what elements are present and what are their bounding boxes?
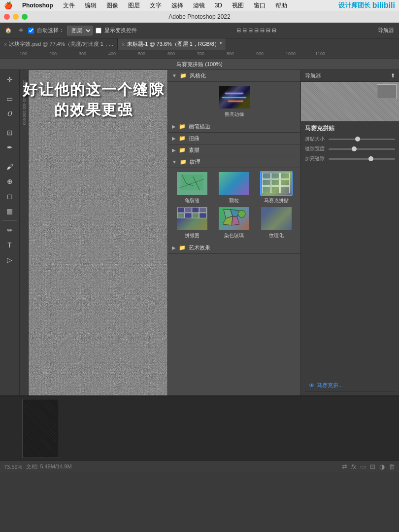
folder-icon-status: ⊡ [370, 463, 375, 470]
navigator-expand-icon[interactable]: ⬆ [391, 72, 395, 79]
artistic-header[interactable]: ▶ 📁 艺术效果 [168, 242, 300, 254]
layer-select[interactable]: 图层 [67, 26, 93, 35]
adjust-icon: ◑ [379, 463, 385, 470]
stained-glass-thumb [218, 206, 250, 231]
folder-icon-2: 📁 [179, 123, 186, 130]
folder-icon-4: 📁 [179, 147, 186, 153]
menu-text[interactable]: 文字 [148, 1, 164, 10]
tool-lasso[interactable]: 𝛰 [3, 107, 16, 120]
lighten-grout-slider[interactable] [329, 158, 395, 160]
menu-help[interactable]: 帮助 [273, 1, 289, 10]
app-name[interactable]: Photoshop [20, 2, 55, 9]
sketch-header[interactable]: ▶ 📁 素描 [168, 144, 300, 156]
tab-ice-psd[interactable]: × 冰块字效.psd @ 77.4%（亮度/对比度 1，... [0, 38, 118, 50]
menu-view[interactable]: 视图 [230, 1, 246, 10]
tool-gradient[interactable]: ▦ [3, 205, 16, 217]
tool-brush[interactable]: 🖌 [3, 160, 16, 173]
tool-selection[interactable]: ▭ [3, 92, 16, 105]
show-transform-checkbox[interactable] [96, 28, 101, 34]
glow-edges-item[interactable]: 照亮边缘 [172, 85, 297, 118]
patchwork-thumb [176, 206, 208, 231]
sketch-label: 素描 [189, 146, 200, 154]
svg-rect-7 [263, 180, 271, 186]
layer-icon: ▭ [360, 463, 366, 470]
trash-icon[interactable]: 🗑 [389, 463, 395, 470]
grout-width-slider-wrap[interactable] [329, 148, 395, 150]
tool-eyedropper[interactable]: ✒ [3, 141, 16, 154]
svg-rect-16 [200, 208, 207, 213]
minimize-button[interactable] [13, 14, 19, 20]
tool-clone[interactable]: ⊕ [3, 175, 16, 188]
window-controls[interactable] [4, 14, 28, 20]
tool-eraser[interactable]: ◻ [3, 190, 16, 203]
tool-type[interactable]: T [3, 239, 16, 251]
svg-line-1 [186, 183, 193, 186]
auto-select-label: 自动选择： [37, 27, 64, 34]
bottom-panel: 73.59% 文档: 5.49M/14.9M ⇄ fx ▭ ⊡ ◑ 🗑 [0, 395, 399, 492]
close-button[interactable] [4, 14, 10, 20]
texturizer-item[interactable]: 纹理化 [256, 206, 297, 239]
status-bar: 73.59% 文档: 5.49M/14.9M ⇄ fx ▭ ⊡ ◑ 🗑 [0, 461, 399, 472]
folder-icon-6: 📁 [179, 245, 186, 251]
texture-section-header[interactable]: ▼ 📁 纹理 [168, 156, 300, 168]
nav-canvas-content [301, 82, 399, 121]
toolbar: 🏠 ✛ 自动选择： 图层 显示变换控件 ⊟ ⊟ ⊟ ⊟ ⊟ ⊟ ⊟ 导航器 [0, 23, 399, 38]
navigator-button[interactable]: 导航器 [376, 26, 396, 35]
effect-label-row: 👁 马赛克拼... [305, 380, 395, 391]
connection-icon: ⇄ [342, 463, 347, 470]
svg-rect-18 [185, 213, 192, 218]
tool-crop[interactable]: ⊡ [3, 126, 16, 139]
subtitle-overlay: 好让他的这一个缝隙的效果更强 [20, 80, 167, 120]
tool-shape[interactable]: ▷ [3, 253, 16, 266]
tool-separator-4 [2, 220, 17, 221]
texturizer-thumb [260, 206, 293, 231]
navigator-preview[interactable] [301, 82, 399, 121]
menu-file[interactable]: 文件 [61, 1, 77, 10]
craquelure-item[interactable]: 龟裂缝 [172, 171, 212, 204]
brush-strokes-header[interactable]: ▶ 📁 画笔描边 [168, 121, 300, 133]
menu-select[interactable]: 选择 [169, 1, 185, 10]
menu-3d[interactable]: 3D [213, 2, 224, 9]
stylize-section-header[interactable]: ▼ 📁 风格化 [168, 70, 300, 82]
menu-edit[interactable]: 编辑 [83, 1, 99, 10]
window-title: Adobe Photoshop 2022 [168, 13, 230, 20]
tool-move[interactable]: ✛ [3, 73, 16, 86]
menu-filter[interactable]: 滤镜 [191, 1, 207, 10]
move-tool[interactable]: ✛ [17, 26, 25, 35]
svg-marker-24 [232, 216, 240, 225]
patchwork-item[interactable]: 拼缀图 [172, 206, 212, 239]
lighten-grout-slider-wrap[interactable] [329, 158, 395, 160]
tool-separator-3 [2, 157, 17, 157]
bottom-canvas-area [0, 396, 399, 461]
svg-rect-8 [271, 180, 280, 186]
apple-logo[interactable]: 🍎 [4, 1, 12, 9]
tile-size-slider-wrap[interactable] [329, 139, 395, 140]
mosaic-tiles-thumb [260, 171, 293, 196]
effect-layer-area: 👁 马赛克拼... [301, 376, 399, 395]
grout-width-slider[interactable] [329, 148, 395, 150]
tile-size-slider[interactable] [329, 139, 395, 140]
filter-gallery-panel: ▼ 📁 风格化 照亮边缘 ▶ 📁 画笔描边 [167, 70, 300, 395]
tile-size-label: 拼贴大小 [305, 136, 325, 142]
menu-window[interactable]: 窗口 [252, 1, 267, 10]
svg-line-2 [193, 177, 200, 190]
effect-eye-icon[interactable]: 👁 [309, 382, 315, 389]
distort-header[interactable]: ▶ 📁 扭曲 [168, 133, 300, 144]
tool-pen[interactable]: ✏ [3, 224, 16, 237]
home-button[interactable]: 🏠 [3, 26, 14, 35]
tab-close-1[interactable]: × [4, 41, 7, 47]
tab-untitled[interactable]: × 未标题-1 @ 73.6%（图层 1，RGB/8）* [118, 38, 226, 50]
svg-rect-6 [280, 173, 289, 179]
maximize-button[interactable] [22, 14, 28, 20]
stained-glass-item[interactable]: 染色玻璃 [214, 206, 255, 239]
menu-layer[interactable]: 图层 [126, 1, 142, 10]
mosaic-tiles-item[interactable]: 马赛克拼贴 [256, 171, 297, 204]
tool-separator-2 [2, 123, 17, 123]
tab-close-2[interactable]: × [122, 41, 125, 47]
menu-image[interactable]: 图像 [104, 1, 120, 10]
auto-select-checkbox[interactable] [28, 28, 34, 34]
effect-properties-title: 马赛克拼贴 [305, 124, 395, 133]
grain-item[interactable]: 颗粒 [214, 171, 255, 204]
lighten-grout-label: 加亮缝隙 [305, 155, 325, 162]
svg-rect-4 [263, 173, 271, 179]
